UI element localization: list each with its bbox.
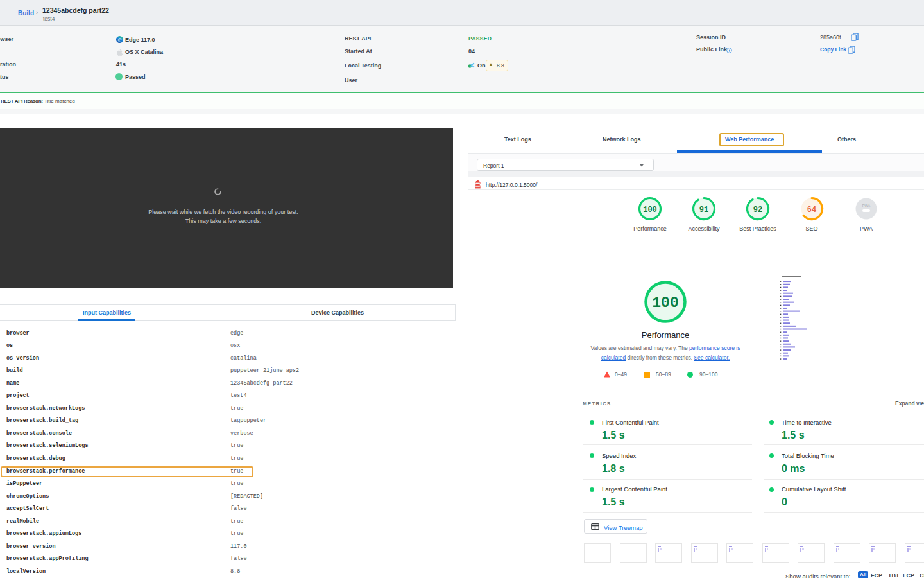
svg-text:100: 100 [652, 295, 678, 311]
svg-text:91: 91 [699, 206, 708, 215]
svg-text:92: 92 [753, 206, 762, 215]
svg-text:64: 64 [807, 206, 816, 215]
svg-text:100: 100 [643, 206, 657, 215]
svg-text:PWA: PWA [862, 204, 871, 207]
